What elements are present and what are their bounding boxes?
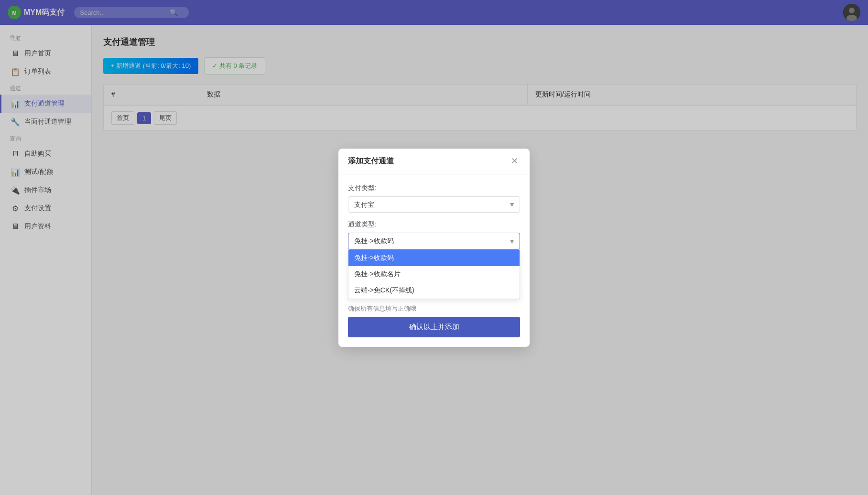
modal-header: 添加支付通道 ✕ xyxy=(338,149,530,174)
channel-type-display[interactable]: 免挂->收款码 xyxy=(348,233,520,250)
payment-type-group: 支付类型: 支付宝 微信 其他 ▼ xyxy=(348,184,520,213)
payment-type-label: 支付类型: xyxy=(348,184,520,193)
modal-overlay: 添加支付通道 ✕ 支付类型: 支付宝 微信 其他 ▼ 通道类型: xyxy=(0,0,868,495)
channel-type-group: 通道类型: 免挂->收款码 ▼ 免挂->收款码 免挂->收款名片 云端->免CK… xyxy=(348,220,520,250)
payment-type-select-wrapper: 支付宝 微信 其他 ▼ xyxy=(348,196,520,213)
channel-option-1[interactable]: 免挂->收款名片 xyxy=(348,266,520,282)
confirm-add-button[interactable]: 确认以上并添加 xyxy=(348,317,520,337)
form-note: 确保所有信息填写正确哦 xyxy=(348,304,520,313)
modal-body: 支付类型: 支付宝 微信 其他 ▼ 通道类型: 免挂->收款码 ▼ xyxy=(338,174,530,347)
channel-option-0[interactable]: 免挂->收款码 xyxy=(348,250,520,266)
add-channel-modal: 添加支付通道 ✕ 支付类型: 支付宝 微信 其他 ▼ 通道类型: xyxy=(338,149,530,347)
payment-type-select[interactable]: 支付宝 微信 其他 xyxy=(348,196,520,213)
channel-type-dropdown: 免挂->收款码 免挂->收款名片 云端->免CK(不掉线) xyxy=(348,250,520,299)
channel-type-label: 通道类型: xyxy=(348,220,520,229)
channel-type-select-wrapper: 免挂->收款码 ▼ 免挂->收款码 免挂->收款名片 云端->免CK(不掉线) xyxy=(348,233,520,250)
channel-option-2[interactable]: 云端->免CK(不掉线) xyxy=(348,282,520,299)
modal-title: 添加支付通道 xyxy=(348,156,394,166)
modal-close-button[interactable]: ✕ xyxy=(509,157,520,165)
